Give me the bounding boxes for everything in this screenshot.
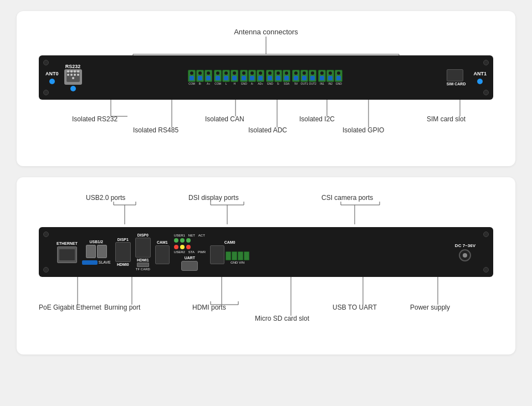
terminal-small	[226, 251, 249, 260]
led-sta	[180, 245, 185, 249]
disp0-port	[135, 238, 151, 258]
cam0-group: CAM0 GND VIN	[210, 240, 249, 264]
ant1-connector	[477, 79, 483, 84]
top-label-lines	[39, 100, 493, 150]
disp0-label: DISP0	[137, 233, 149, 237]
antenna-connectors-label: Antenna connectors	[234, 28, 298, 36]
isolated-rs232-label: Isolated RS232	[72, 115, 117, 123]
csi-camera-ports-label: CSI camera ports	[321, 194, 373, 202]
sim-card-group: SIM CARD	[447, 69, 466, 86]
sim-card-slot	[447, 69, 463, 81]
slave-label: SLAVE	[99, 260, 111, 264]
terminal-block-4: GND S- SDA	[266, 70, 290, 85]
cam0-label: CAM0	[224, 240, 236, 244]
led-net	[180, 238, 185, 243]
cam1-label: CAM1	[157, 240, 168, 244]
usb-pair	[86, 245, 107, 258]
isolated-rs485-label: Isolated RS485	[133, 126, 178, 134]
usb12-label: USB1/2	[90, 240, 104, 244]
terminal-pin	[196, 70, 204, 82]
sta-label: STA	[188, 250, 195, 254]
user2-label: USER2	[174, 250, 185, 254]
dc-voltage-label: DC 7~36V	[455, 243, 475, 248]
terminal-pin	[283, 70, 290, 82]
rs232-group: RS232	[64, 64, 82, 91]
top-panel-device: ANT0 RS232	[39, 55, 493, 100]
isolated-can-label: Isolated CAN	[205, 115, 244, 123]
ant1-label: ANT1	[473, 71, 487, 76]
isolated-i2c-label: Isolated I2C	[299, 115, 335, 123]
uart-label: UART	[185, 256, 195, 260]
ant0-group: ANT0	[45, 71, 59, 84]
led-act	[186, 238, 191, 243]
dc-jack	[459, 249, 471, 261]
terminal-pin	[266, 70, 274, 82]
ant0-label: ANT0	[45, 71, 59, 76]
terminal-pin	[214, 70, 222, 82]
terminal-block-5: 5V OUT1 OUT2	[292, 70, 316, 85]
top-diagram-labels: Isolated RS232 Isolated RS485 Isolated C…	[39, 100, 493, 150]
top-panel-diagram: Antenna connectors ANT0 RS232	[17, 11, 515, 166]
hdmi1-label: HDMI1	[137, 258, 149, 262]
ethernet-group: ETHERNET	[57, 241, 78, 263]
terminal-block-3: GND A- AD+	[240, 70, 264, 85]
sim-card-label: SIM CARD	[447, 82, 466, 86]
terminal-pin	[222, 70, 230, 82]
terminal-blocks: COM B- A+ COM L H	[90, 70, 441, 85]
act-label: ACT	[198, 234, 205, 237]
isolated-gpio-label: Isolated GPIO	[342, 126, 384, 134]
cam1-group: CAM1	[155, 240, 170, 264]
hdmi0-label: HDMI0	[117, 263, 129, 266]
disp1-label: DISP1	[117, 238, 129, 241]
terminal-block-2: COM L H	[214, 70, 238, 85]
usb12-group: USB1/2 SLAVE	[82, 240, 111, 265]
bottom-top-labels: USB2.0 ports DSI display ports CSI camer…	[39, 194, 493, 227]
isolated-adc-label: Isolated ADC	[248, 126, 287, 134]
sim-card-slot-label: SIM card slot	[427, 115, 466, 123]
rs232-top-label: RS232	[64, 64, 82, 69]
led-user1	[174, 238, 178, 243]
hdmi-ports-label: HDMI ports	[192, 304, 226, 311]
ethernet-label: ETHERNET	[57, 241, 78, 245]
slave-button	[82, 260, 98, 265]
terminal-pin	[257, 70, 264, 82]
terminal-pin	[292, 70, 300, 82]
terminal-pin	[188, 70, 196, 82]
led-pwr	[186, 245, 191, 249]
terminal-pin	[326, 70, 334, 82]
ethernet-port	[57, 246, 77, 263]
terminal-pin	[318, 70, 326, 82]
terminal-pin	[248, 70, 256, 82]
terminal-pin	[274, 70, 282, 82]
led-user2	[174, 245, 178, 249]
rs232-connector	[64, 69, 82, 85]
terminal-pin	[335, 70, 342, 82]
terminal-pin	[309, 70, 316, 82]
cam1-port	[155, 245, 170, 264]
usb2-port	[97, 245, 107, 258]
tfcard-slot	[137, 263, 149, 267]
uart-connector	[181, 261, 198, 271]
disp1-port	[115, 242, 131, 262]
uart-group: USER1 NET ACT	[174, 234, 206, 271]
dsi-display-ports-label: DSI display ports	[188, 194, 239, 202]
user1-label: USER1	[174, 234, 185, 237]
terminal-pin	[300, 70, 308, 82]
bottom-panel-device: ETHERNET USB1/2 SLAVE DISP1 HDMI0	[39, 227, 493, 277]
micro-sd-card-slot-label: Micro SD card slot	[255, 315, 309, 322]
usb-to-uart-label: USB TO UART	[332, 304, 377, 311]
usb1-port	[86, 245, 96, 258]
net-label: NET	[188, 234, 195, 237]
rs232-dot	[70, 86, 76, 91]
terminal-pin	[204, 70, 212, 82]
ant1-group: ANT1	[473, 71, 487, 84]
terminal-pin	[240, 70, 248, 82]
terminal-block-6: IN1 IN2 GND	[318, 70, 342, 85]
terminal-pin	[231, 70, 238, 82]
bottom-panel-diagram: USB2.0 ports DSI display ports CSI camer…	[17, 177, 515, 354]
terminal-block-1: COM B- A+	[188, 70, 212, 85]
dc-power-group: DC 7~36V	[455, 243, 475, 261]
disp1-group: DISP1 HDMI0	[115, 238, 131, 266]
usb20-ports-label: USB2.0 ports	[86, 194, 125, 202]
disp0-group: DISP0 HDMI1 TF CARD	[135, 233, 151, 271]
